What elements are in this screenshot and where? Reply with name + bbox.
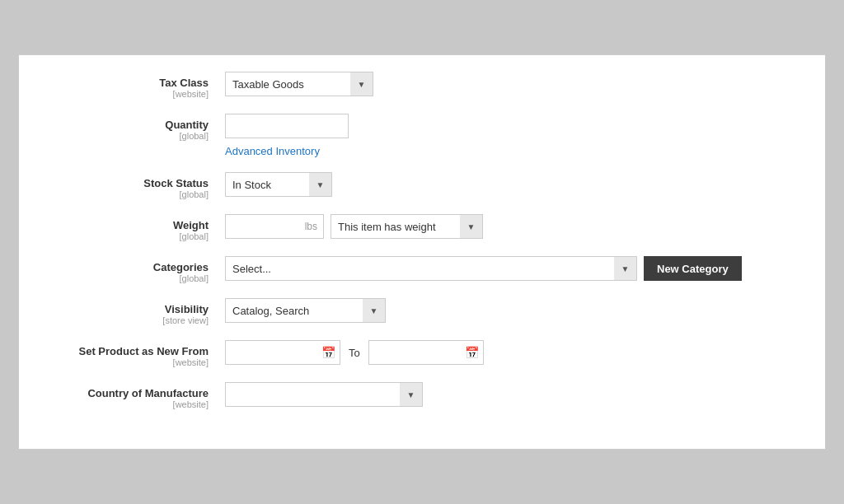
product-new-from-row: Set Product as New From [website] 📅 To 📅 <box>44 340 800 367</box>
new-to-date-wrap: 📅 <box>368 340 484 365</box>
quantity-label: Quantity [global] <box>44 114 225 141</box>
country-manufacture-label: Country of Manufacture [website] <box>44 382 225 409</box>
product-form-panel: Tax Class [website] None Taxable Goods S… <box>18 54 826 450</box>
quantity-control: Advanced Inventory <box>225 114 800 157</box>
product-new-from-control: 📅 To 📅 <box>225 340 800 365</box>
country-select[interactable] <box>225 382 423 407</box>
new-to-date-input[interactable] <box>368 340 484 365</box>
quantity-section: Advanced Inventory <box>225 114 349 157</box>
visibility-control: Not Visible Individually Catalog Search … <box>225 298 800 323</box>
weight-type-select[interactable]: This item has weight This item has no we… <box>331 214 483 239</box>
weight-section: lbs This item has weight This item has n… <box>225 214 483 239</box>
stock-status-label: Stock Status [global] <box>44 172 225 199</box>
categories-select-wrap: Select... ▼ <box>225 256 637 281</box>
categories-select[interactable]: Select... <box>225 256 629 281</box>
stock-status-select-wrap: In Stock Out of Stock ▼ <box>225 172 332 197</box>
weight-label: Weight [global] <box>44 214 225 241</box>
categories-label: Categories [global] <box>44 256 225 283</box>
to-label: To <box>349 347 360 359</box>
stock-status-control: In Stock Out of Stock ▼ <box>225 172 800 197</box>
tax-class-select-wrap: None Taxable Goods Shipping ▼ <box>225 72 373 96</box>
advanced-inventory-link[interactable]: Advanced Inventory <box>225 145 349 157</box>
country-manufacture-row: Country of Manufacture [website] ▼ <box>44 382 800 409</box>
product-new-from-label: Set Product as New From [website] <box>44 340 225 367</box>
weight-type-select-wrap: This item has weight This item has no we… <box>331 214 483 239</box>
tax-class-select[interactable]: None Taxable Goods Shipping <box>225 72 373 96</box>
visibility-row: Visibility [store view] Not Visible Indi… <box>44 298 800 325</box>
visibility-select-wrap: Not Visible Individually Catalog Search … <box>225 298 386 323</box>
tax-class-label: Tax Class [website] <box>44 72 225 99</box>
visibility-label: Visibility [store view] <box>44 298 225 325</box>
categories-control: Select... ▼ .categories-placeholder { po… <box>225 256 800 281</box>
stock-status-select[interactable]: In Stock Out of Stock <box>225 172 332 197</box>
weight-input[interactable] <box>225 214 324 239</box>
weight-control: lbs This item has weight This item has n… <box>225 214 800 239</box>
weight-input-container: lbs <box>225 214 324 239</box>
country-select-wrap: ▼ <box>225 382 423 407</box>
quantity-input[interactable] <box>225 114 349 138</box>
categories-row: Categories [global] Select... ▼ .categor… <box>44 256 800 283</box>
tax-class-control: None Taxable Goods Shipping ▼ <box>225 72 800 96</box>
tax-class-row: Tax Class [website] None Taxable Goods S… <box>44 72 800 99</box>
new-category-button[interactable]: New Category <box>644 256 742 281</box>
new-from-date-wrap: 📅 <box>225 340 340 365</box>
weight-row: Weight [global] lbs This item has weight… <box>44 214 800 241</box>
visibility-select[interactable]: Not Visible Individually Catalog Search … <box>225 298 386 323</box>
quantity-row: Quantity [global] Advanced Inventory <box>44 114 800 157</box>
new-from-date-input[interactable] <box>225 340 340 365</box>
stock-status-row: Stock Status [global] In Stock Out of St… <box>44 172 800 199</box>
country-manufacture-control: ▼ <box>225 382 800 407</box>
